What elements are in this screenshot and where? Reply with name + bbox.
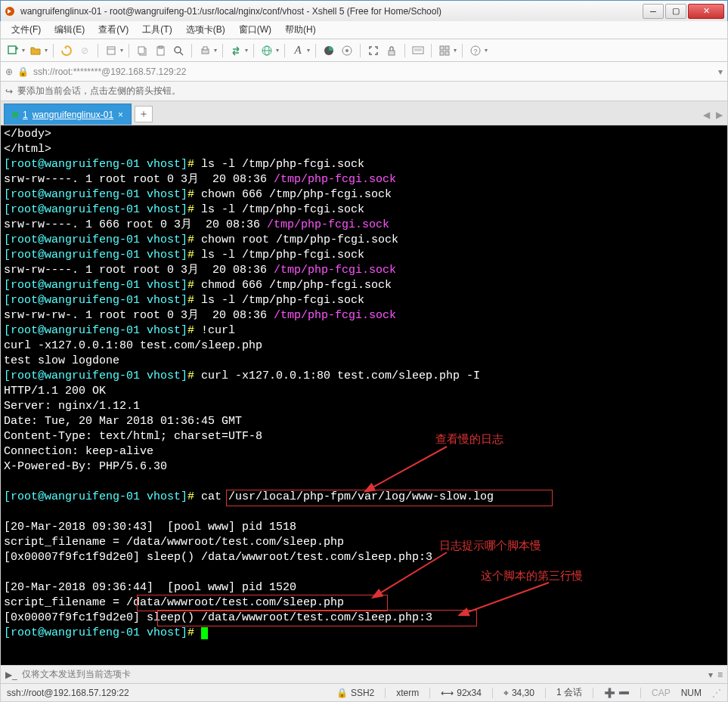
globe-icon[interactable] xyxy=(259,43,274,58)
dropdown-icon[interactable]: ▾ xyxy=(214,47,217,54)
menu-file[interactable]: 文件(F) xyxy=(5,21,47,39)
status-ssh: SSH2 xyxy=(351,688,374,698)
chevron-down-icon[interactable]: ▾ xyxy=(708,670,713,680)
menu-edit[interactable]: 编辑(E) xyxy=(48,21,91,39)
fullscreen-icon[interactable] xyxy=(366,43,381,58)
menu-tools[interactable]: 工具(T) xyxy=(136,21,178,39)
tab-next-icon[interactable]: ▶ xyxy=(716,110,723,120)
address-bar: ⊕ 🔒 ssh://root:********@192.168.57.129:2… xyxy=(0,62,728,82)
status-address: ssh://root@192.168.57.129:22 xyxy=(7,688,326,698)
add-tab-button[interactable]: ＋ xyxy=(135,106,153,122)
terminal[interactable]: </body> </html> [root@wangruifeng-01 vho… xyxy=(0,125,728,666)
svg-text:?: ? xyxy=(473,48,477,55)
reconnect-icon[interactable] xyxy=(59,43,74,58)
svg-rect-4 xyxy=(107,47,115,54)
svg-line-11 xyxy=(180,52,183,55)
hint-text: 要添加当前会话，点击左侧的箭头按钮。 xyxy=(17,85,181,97)
svg-point-19 xyxy=(345,49,349,52)
dropdown-icon[interactable]: ▾ xyxy=(485,47,488,54)
hint-arrow-icon[interactable]: ↪ xyxy=(5,86,13,97)
status-num: NUM xyxy=(681,688,702,698)
theme-icon[interactable] xyxy=(339,43,355,58)
dropdown-icon[interactable]: ▾ xyxy=(245,47,248,54)
disconnect-icon[interactable]: ⊘ xyxy=(77,43,92,58)
menu-help[interactable]: 帮助(H) xyxy=(279,21,322,39)
maximize-button[interactable]: ▢ xyxy=(665,4,686,19)
svg-rect-26 xyxy=(440,51,444,55)
dropdown-icon[interactable]: ▾ xyxy=(276,47,279,54)
highlight-box xyxy=(157,610,477,626)
address-text[interactable]: ssh://root:********@192.168.57.129:22 xyxy=(33,66,714,77)
send-text[interactable]: 仅将文本发送到当前选项卡 xyxy=(22,668,704,681)
tab-nav: ◀ ▶ xyxy=(703,110,723,120)
svg-rect-13 xyxy=(203,47,207,50)
app-icon xyxy=(4,5,16,17)
copy-icon[interactable] xyxy=(135,43,150,58)
svg-line-30 xyxy=(371,447,447,488)
transfer-icon[interactable] xyxy=(228,43,243,58)
svg-line-32 xyxy=(466,583,549,613)
tab-label: wangruifenglinux-01 xyxy=(33,110,113,120)
svg-rect-7 xyxy=(138,47,144,54)
resize-icon: ⟷ xyxy=(441,688,454,698)
new-session-icon[interactable] xyxy=(5,43,20,58)
tab-close-icon[interactable]: × xyxy=(118,110,123,120)
print-icon[interactable] xyxy=(197,43,212,58)
color-icon[interactable] xyxy=(321,43,336,58)
annotation-text: 这个脚本的第三行慢 xyxy=(481,568,583,583)
annotation-text: 日志提示哪个脚本慢 xyxy=(439,538,541,553)
status-bar: ssh://root@192.168.57.129:22 🔒SSH2 xterm… xyxy=(0,684,728,702)
resize-grip-icon[interactable]: ⋰ xyxy=(712,688,721,698)
lock-icon: 🔒 xyxy=(336,688,348,698)
dropdown-icon[interactable]: ▾ xyxy=(307,47,310,54)
plus-icon[interactable]: ➕ xyxy=(604,688,615,698)
minimize-button[interactable]: ─ xyxy=(643,4,664,19)
status-dot-icon xyxy=(12,112,18,118)
font-icon[interactable]: A xyxy=(290,43,305,58)
dropdown-icon[interactable]: ▾ xyxy=(120,47,123,54)
highlight-box xyxy=(137,595,388,611)
tab-bar: 1 wangruifenglinux-01 × ＋ ◀ ▶ xyxy=(0,101,728,125)
status-term: xterm xyxy=(396,688,419,698)
minus-icon[interactable]: ➖ xyxy=(618,688,630,698)
svg-rect-24 xyxy=(440,46,444,50)
highlight-box xyxy=(226,490,553,506)
close-button[interactable]: ✕ xyxy=(688,4,724,19)
find-icon[interactable] xyxy=(171,43,186,58)
menu-tabs[interactable]: 选项卡(B) xyxy=(180,21,231,39)
send-icon[interactable]: ▶_ xyxy=(5,670,17,680)
menu-icon[interactable]: ≡ xyxy=(717,670,723,680)
cursor xyxy=(201,627,208,639)
annotation-text: 查看慢的日志 xyxy=(435,431,503,447)
dropdown-icon[interactable]: ▾ xyxy=(45,47,48,54)
svg-rect-20 xyxy=(389,51,395,55)
dropdown-icon[interactable]: ▾ xyxy=(454,47,457,54)
status-sessions: 1 会话 xyxy=(556,686,582,699)
properties-icon[interactable] xyxy=(104,43,119,58)
send-bar: ▶_ 仅将文本发送到当前选项卡 ▾ ≡ xyxy=(0,666,728,684)
quick-connect-icon[interactable]: ⊕ xyxy=(5,66,13,77)
status-pos: 34,30 xyxy=(512,688,534,698)
toolbar: ▾ ▾ ⊘ ▾ ▾ ▾ ▾ A▾ ▾ ?▾ xyxy=(0,39,728,62)
layout-icon[interactable] xyxy=(437,43,452,58)
tab-prev-icon[interactable]: ◀ xyxy=(703,110,710,120)
titlebar: wangruifenglinux-01 - root@wangruifeng-0… xyxy=(0,0,728,21)
svg-point-10 xyxy=(175,47,181,53)
svg-rect-25 xyxy=(445,46,449,50)
cursor-pos-icon: ⌖ xyxy=(503,688,509,698)
hint-bar: ↪ 要添加当前会话，点击左侧的箭头按钮。 xyxy=(0,82,728,101)
lock-icon[interactable] xyxy=(384,43,399,58)
window-title: wangruifenglinux-01 - root@wangruifeng-0… xyxy=(20,6,641,17)
dropdown-icon[interactable]: ▾ xyxy=(22,47,25,54)
menu-window[interactable]: 窗口(W) xyxy=(233,21,277,39)
open-icon[interactable] xyxy=(28,43,43,58)
session-tab[interactable]: 1 wangruifenglinux-01 × xyxy=(4,104,132,125)
status-cap: CAP xyxy=(652,688,671,698)
keyboard-icon[interactable] xyxy=(410,43,426,58)
svg-rect-9 xyxy=(159,46,163,48)
menu-view[interactable]: 查看(V) xyxy=(92,21,135,39)
paste-icon[interactable] xyxy=(153,43,168,58)
help-icon[interactable]: ? xyxy=(468,43,483,58)
menubar: 文件(F) 编辑(E) 查看(V) 工具(T) 选项卡(B) 窗口(W) 帮助(… xyxy=(0,21,728,39)
chevron-down-icon[interactable]: ▾ xyxy=(718,66,723,77)
